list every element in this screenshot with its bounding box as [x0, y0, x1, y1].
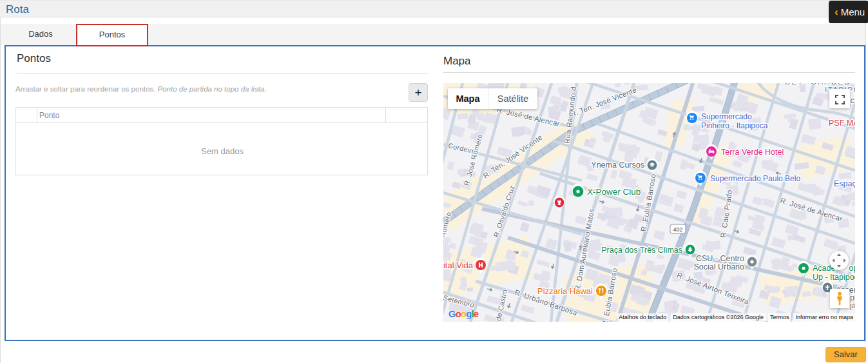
- svg-text:pital Vida: pital Vida: [443, 260, 474, 270]
- svg-text:X-Power Club: X-Power Club: [587, 187, 641, 197]
- svg-text:Supermercado Paulo Belo: Supermercado Paulo Belo: [710, 174, 800, 183]
- svg-text:ja: ja: [849, 301, 855, 310]
- svg-text:SET CHACED: SET CHACED: [785, 83, 851, 86]
- svg-text:Espaç: Espaç: [834, 179, 855, 188]
- svg-text:Supermercado: Supermercado: [701, 112, 752, 121]
- svg-text:CSU - Centro: CSU - Centro: [696, 254, 744, 263]
- svg-text:PSF MAD: PSF MAD: [829, 119, 855, 128]
- svg-text:Praça dos Três Climas: Praça dos Três Climas: [601, 246, 682, 255]
- svg-text:Pizzaria Hawai: Pizzaria Hawai: [537, 286, 593, 296]
- svg-text:402: 402: [673, 226, 682, 233]
- svg-text:Social Urbano: Social Urbano: [693, 262, 744, 271]
- svg-text:Up - Itapipoca: Up - Itapipoca: [813, 273, 855, 282]
- svg-text:Pinheiro - Itapipoca: Pinheiro - Itapipoca: [701, 121, 768, 130]
- svg-text:Terra Verde Hotel: Terra Verde Hotel: [721, 148, 784, 157]
- svg-text:Ynema Cursos: Ynema Cursos: [591, 161, 644, 170]
